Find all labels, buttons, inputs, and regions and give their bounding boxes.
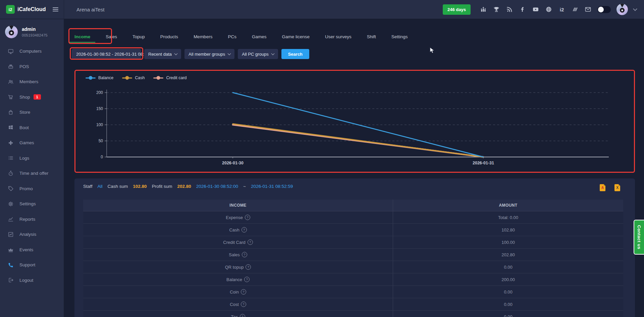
subscription-days-badge[interactable]: 246 days [443,4,471,15]
svg-text:150: 150 [96,106,103,111]
tab-settings[interactable]: Settings [384,29,416,45]
amount-cell: Total: 0.00 [393,211,623,223]
globe-icon[interactable] [545,6,552,13]
icafecloud-app: i2 iCafeCloud Arena aiTest 246 days i2 a… [0,0,644,317]
sidebar-item-pos[interactable]: POS [0,59,64,74]
chevron-down-icon [174,52,178,55]
members-icon [7,78,14,85]
sidebar-item-events[interactable]: Events [0,242,64,258]
facebook-icon[interactable] [519,6,526,13]
sidebar-item-analysis[interactable]: Analysis [0,227,64,242]
question-circle-icon[interactable]: ? [244,277,250,282]
question-circle-icon[interactable]: ? [248,240,253,245]
sidebar-item-games[interactable]: Games [0,135,64,151]
profile-card[interactable]: admin 005193482475 [0,19,64,40]
table-row-expense: Expense?Total: 0.00 [83,211,623,224]
rss-icon[interactable] [506,6,513,13]
sidebar-item-logs[interactable]: Logs [0,151,64,166]
sidebar-item-support[interactable]: Support [0,257,64,273]
income-cell: Coin? [83,286,393,298]
phone-icon [7,262,14,268]
legend-item-credit-card[interactable]: Credit card [153,75,186,80]
sidebar-item-logout[interactable]: Logout [0,273,64,288]
sidebar-item-shop[interactable]: Shop1 [0,90,64,105]
tab-game-license[interactable]: Game license [274,29,317,45]
amount-cell: 202.80 [393,249,623,261]
tab-user-surveys[interactable]: User surveys [317,29,359,45]
tab-sales[interactable]: Sales [98,29,125,45]
member-groups-select[interactable]: All member groups [184,49,234,59]
question-circle-icon[interactable]: ? [241,227,247,232]
sidebar-item-settings[interactable]: Settings [0,196,64,212]
question-circle-icon[interactable]: ? [246,264,251,270]
svg-text:200: 200 [96,90,103,95]
profile-id: 005193482475 [22,33,48,37]
income-row-label: Credit Card [223,240,245,245]
youtube-icon[interactable] [532,6,539,13]
gear-icon [7,201,14,207]
legend-item-cash[interactable]: Cash [122,75,145,80]
table-row-sales: Sales?202.80 [83,249,623,261]
user-avatar[interactable] [616,4,628,15]
chevron-down-icon[interactable] [633,7,637,11]
profile-name: admin [22,27,48,33]
legend-item-balance[interactable]: Balance [86,75,113,80]
theme-toggle[interactable] [597,6,611,13]
contact-us-label: Contact us [637,225,642,249]
icafecloud-icon[interactable]: i2 [558,6,566,13]
income-row-label: Sales [229,252,240,257]
tab-pcs[interactable]: PCs [220,29,244,45]
tab-income[interactable]: Income [67,29,98,45]
sidebar-item-label: Settings [19,201,36,206]
range-end: 2026-01-31 08:52:59 [251,184,293,189]
ranking-icon[interactable] [480,6,487,13]
question-circle-icon[interactable]: ? [241,289,246,295]
mail-icon[interactable] [584,6,592,13]
sidebar-item-reports[interactable]: Reports [0,212,64,227]
income-row-label: Coin [230,289,239,295]
logout-icon [7,277,14,283]
cash-sum-label: Cash sum [108,184,128,189]
sidebar-item-computers[interactable]: Computers [0,44,64,59]
question-circle-icon[interactable]: ? [242,252,247,257]
tab-members[interactable]: Members [186,29,220,45]
recent-data-select[interactable]: Recent data [144,49,181,59]
sidebar-item-members[interactable]: Members [0,74,64,90]
sidebar-item-promo[interactable]: Promo [0,181,64,197]
sidebar-menu: ComputersPOSMembersShop1StoreBootGamesLo… [0,44,64,288]
tab-topup[interactable]: Topup [125,29,153,45]
table-row-coin: Coin?0.00 [83,286,623,298]
tab-games[interactable]: Games [244,29,274,45]
pc-groups-select[interactable]: All PC groups [238,49,278,59]
sidebar-item-time-and-offer[interactable]: Time and offer [0,166,64,181]
sidebar-item-label: Promo [19,186,33,191]
tab-products[interactable]: Products [153,29,186,45]
brand-area[interactable]: i2 iCafeCloud [0,5,64,14]
range-start: 2026-01-30 08:52:00 [196,184,238,189]
staff-filter-value[interactable]: All [98,184,103,189]
column-header-amount: AMOUNT [393,200,623,211]
xls-file-icon[interactable]: X [614,184,620,191]
series-line-cash [233,124,483,157]
date-range-input[interactable]: 2026-01-30 08:52 - 2026-01-31 08:52 [72,49,141,59]
question-circle-icon[interactable]: ? [240,314,245,317]
hamburger-menu-icon[interactable] [53,7,58,11]
tab-shift[interactable]: Shift [359,29,384,45]
windows-icon [7,124,14,131]
sidebar-item-boot[interactable]: Boot [0,120,64,136]
brand-icon[interactable] [571,6,579,13]
pdf-file-icon[interactable]: A [600,184,605,191]
income-chart-card: BalanceCashCredit card 0501001502002026-… [74,70,635,173]
question-circle-icon[interactable]: ? [245,215,250,220]
search-button[interactable]: Search [281,49,309,59]
trophy-icon[interactable] [493,6,500,13]
amount-cell: 0.00 [393,298,623,310]
contact-us-button[interactable]: Contact us [634,220,644,255]
staff-label: Staff [83,184,93,189]
crown-icon [7,246,14,253]
sidebar-item-label: Analysis [19,232,36,237]
question-circle-icon[interactable]: ? [241,302,246,307]
sidebar-item-store[interactable]: Store [0,105,64,120]
topbar-icon-group: i2 [480,6,592,13]
profit-sum-label: Profit sum [152,184,172,189]
